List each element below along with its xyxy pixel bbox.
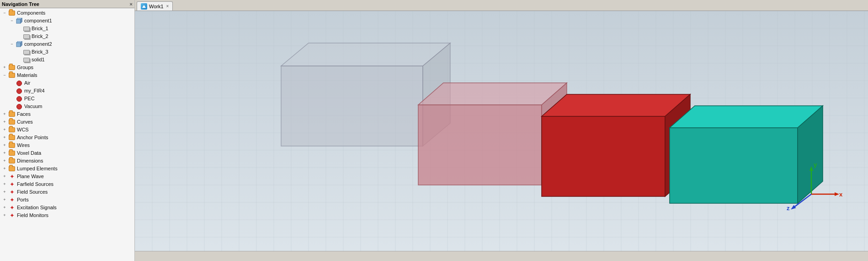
tab-work1-close[interactable]: × xyxy=(166,4,169,9)
tree-item-excitation_signals[interactable]: +✦Excitation Signals xyxy=(0,204,134,212)
tab-work1[interactable]: Work1 × xyxy=(137,1,173,11)
svg-marker-66 xyxy=(281,43,450,66)
nav-tree-title: Navigation Tree xyxy=(2,1,39,7)
svg-marker-75 xyxy=(670,106,823,128)
tree-icon-brick3 xyxy=(23,49,30,56)
tree-label-brick3: Brick_3 xyxy=(32,48,48,56)
expand-icon-air[interactable] xyxy=(9,81,15,86)
expand-icon-pec[interactable] xyxy=(9,96,15,102)
svg-marker-74 xyxy=(670,128,798,203)
tree-label-dimensions: Dimensions xyxy=(17,157,43,165)
tree-label-pec: PEC xyxy=(24,95,35,103)
expand-icon-farfield_sources[interactable]: + xyxy=(2,182,7,187)
expand-icon-groups[interactable]: + xyxy=(2,65,7,71)
tree-label-wcs: WCS xyxy=(17,126,29,134)
expand-icon-excitation_signals[interactable]: + xyxy=(2,205,7,211)
svg-rect-0 xyxy=(16,19,21,23)
expand-icon-wcs[interactable]: + xyxy=(2,127,7,133)
expand-icon-solid1[interactable] xyxy=(16,57,22,63)
svg-marker-71 xyxy=(542,116,665,196)
nav-tree-header: Navigation Tree × xyxy=(0,0,134,8)
tree-item-brick3[interactable]: Brick_3 xyxy=(0,48,134,56)
tree-label-faces: Faces xyxy=(17,110,31,118)
tree-item-vacuum[interactable]: Vacuum xyxy=(0,103,134,110)
tree-item-component2[interactable]: −component2 xyxy=(0,40,134,48)
expand-icon-field_monitors[interactable]: + xyxy=(2,213,7,218)
nav-tree-close-button[interactable]: × xyxy=(130,1,133,7)
tree-item-air[interactable]: Air xyxy=(0,79,134,87)
box-box_teal xyxy=(670,106,823,203)
tree-icon-excitation_signals: ✦ xyxy=(8,204,16,212)
viewport-canvas[interactable]: yxz xyxy=(135,11,868,251)
svg-text:y: y xyxy=(814,161,817,168)
tree-icon-component2 xyxy=(16,41,23,48)
tree-item-wcs[interactable]: +WCS xyxy=(0,126,134,134)
tree-item-my_fir4[interactable]: my_FIR4 xyxy=(0,87,134,95)
expand-icon-faces[interactable]: + xyxy=(2,112,7,117)
expand-icon-lumped_elements[interactable]: + xyxy=(2,166,7,172)
tree-item-plane_wave[interactable]: +✦Plane Wave xyxy=(0,173,134,180)
tree-label-anchor_points: Anchor Points xyxy=(17,134,48,141)
tree-icon-field_monitors: ✦ xyxy=(8,212,16,219)
tree-label-groups: Groups xyxy=(17,64,33,71)
svg-text:x: x xyxy=(839,191,843,198)
nav-tree-content: −Components−component1 Brick_1 Brick_2−c… xyxy=(0,8,134,261)
expand-icon-component1[interactable]: − xyxy=(9,18,15,24)
tree-label-vacuum: Vacuum xyxy=(24,103,43,110)
tree-icon-lumped_elements xyxy=(8,165,16,173)
svg-text:z: z xyxy=(787,205,790,212)
expand-icon-brick2[interactable] xyxy=(16,34,22,39)
tree-item-solid1[interactable]: solid1 xyxy=(0,56,134,64)
expand-icon-brick3[interactable] xyxy=(16,49,22,55)
tree-item-field_monitors[interactable]: +✦Field Monitors xyxy=(0,212,134,219)
expand-icon-plane_wave[interactable]: + xyxy=(2,174,7,179)
tree-item-brick2[interactable]: Brick_2 xyxy=(0,33,134,40)
tab-work1-icon xyxy=(141,3,147,10)
tree-item-curves[interactable]: +Curves xyxy=(0,118,134,126)
expand-icon-components[interactable]: − xyxy=(2,11,7,16)
tree-icon-anchor_points xyxy=(8,134,16,141)
tree-item-brick1[interactable]: Brick_1 xyxy=(0,25,134,33)
tree-icon-materials xyxy=(8,72,16,79)
expand-icon-my_fir4[interactable] xyxy=(9,88,15,94)
tree-item-pec[interactable]: PEC xyxy=(0,95,134,103)
tree-item-faces[interactable]: +Faces xyxy=(0,110,134,118)
tree-label-field_monitors: Field Monitors xyxy=(17,212,48,219)
main-layout: Navigation Tree × −Components−component1… xyxy=(0,0,868,261)
tree-item-ports[interactable]: +✦Ports xyxy=(0,196,134,204)
expand-icon-curves[interactable]: + xyxy=(2,120,7,125)
tree-icon-farfield_sources: ✦ xyxy=(8,181,16,188)
tree-item-components[interactable]: −Components xyxy=(0,9,134,17)
tree-label-voxel_data: Voxel Data xyxy=(17,149,41,157)
tree-item-groups[interactable]: +Groups xyxy=(0,64,134,71)
tree-item-lumped_elements[interactable]: +Lumped Elements xyxy=(0,165,134,173)
expand-icon-vacuum[interactable] xyxy=(9,104,15,109)
svg-rect-3 xyxy=(16,43,21,47)
expand-icon-materials[interactable]: − xyxy=(2,73,7,78)
expand-icon-voxel_data[interactable]: + xyxy=(2,151,7,156)
tree-icon-components xyxy=(8,10,16,17)
viewport-bottom-bar xyxy=(135,251,868,261)
tree-item-materials[interactable]: −Materials xyxy=(0,71,134,79)
tree-item-farfield_sources[interactable]: +✦Farfield Sources xyxy=(0,180,134,188)
tree-label-solid1: solid1 xyxy=(32,56,45,64)
expand-icon-wires[interactable]: + xyxy=(2,143,7,148)
expand-icon-field_sources[interactable]: + xyxy=(2,190,7,195)
viewport-grid: yxz xyxy=(135,11,868,251)
tree-item-voxel_data[interactable]: +Voxel Data xyxy=(0,149,134,157)
tree-icon-brick2 xyxy=(23,33,30,40)
expand-icon-dimensions[interactable]: + xyxy=(2,158,7,164)
expand-icon-ports[interactable]: + xyxy=(2,197,7,203)
tree-item-component1[interactable]: −component1 xyxy=(0,17,134,25)
tree-item-wires[interactable]: +Wires xyxy=(0,141,134,149)
tree-item-anchor_points[interactable]: +Anchor Points xyxy=(0,134,134,141)
tree-icon-brick1 xyxy=(23,25,30,33)
tree-icon-my_fir4 xyxy=(16,87,23,95)
expand-icon-component2[interactable]: − xyxy=(9,42,15,47)
expand-icon-brick1[interactable] xyxy=(16,26,22,32)
viewport-area: Work1 × xyxy=(135,0,868,261)
expand-icon-anchor_points[interactable]: + xyxy=(2,135,7,141)
tree-item-field_sources[interactable]: +✦Field Sources xyxy=(0,188,134,196)
tree-item-dimensions[interactable]: +Dimensions xyxy=(0,157,134,165)
tree-label-excitation_signals: Excitation Signals xyxy=(17,204,57,212)
